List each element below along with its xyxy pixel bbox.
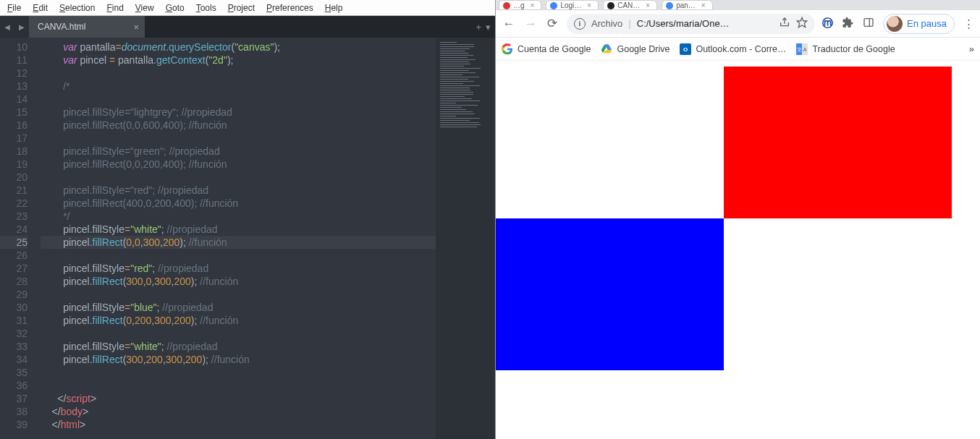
browser-tab[interactable]: pan…×	[662, 0, 713, 10]
svg-rect-10	[724, 67, 952, 218]
profile-label: En pausa	[907, 18, 947, 29]
browser-menu-button[interactable]: ⋮	[963, 17, 974, 30]
menu-find[interactable]: Find	[101, 1, 129, 14]
svg-rect-12	[724, 218, 952, 370]
browser-tabstrip[interactable]: …g×Logi…×CAN…×pan…×	[496, 0, 980, 10]
menu-preferences[interactable]: Preferences	[261, 1, 319, 14]
new-tab-button[interactable]: +	[476, 22, 481, 33]
browser-tab[interactable]: Logi…×	[546, 0, 599, 10]
menu-edit[interactable]: Edit	[27, 1, 54, 14]
outlook-icon: O	[680, 43, 691, 55]
code-editor-pane: FileEditSelectionFindViewGotoToolsProjec…	[0, 0, 495, 439]
svg-text:O: O	[683, 46, 688, 53]
code-area[interactable]: 1011121314151617181920212223242526272829…	[0, 38, 495, 439]
bookmark-item[interactable]: OOutlook.com - Corre…	[680, 43, 786, 55]
url-scheme-label: Archivo	[591, 18, 622, 29]
browser-tab[interactable]: CAN…×	[603, 0, 657, 10]
editor-tabbar: ◄ ► CANVA.html × + ▾	[0, 16, 495, 38]
svg-rect-11	[496, 218, 724, 370]
site-info-icon[interactable]: i	[574, 18, 586, 30]
minimap[interactable]	[436, 38, 486, 439]
canvas-output	[496, 67, 952, 370]
avatar	[887, 16, 903, 32]
menu-view[interactable]: View	[130, 1, 160, 14]
extension-icon-1[interactable]: ⓜ	[822, 17, 833, 30]
menu-tools[interactable]: Tools	[190, 1, 222, 14]
bookmark-star-icon[interactable]	[796, 17, 808, 30]
bookmarks-bar[interactable]: Cuenta de GoogleGoogle DriveOOutlook.com…	[496, 38, 980, 61]
editor-menubar[interactable]: FileEditSelectionFindViewGotoToolsProjec…	[0, 0, 495, 16]
drive-icon	[601, 43, 612, 55]
translate-icon: 文A	[796, 43, 808, 55]
code-content[interactable]: var pantalla=document.querySelector("can…	[33, 38, 436, 439]
profile-chip[interactable]: En pausa	[883, 14, 955, 34]
bookmarks-overflow-button[interactable]: »	[969, 44, 974, 54]
svg-rect-1	[864, 19, 873, 27]
tab-menu-button[interactable]: ▾	[486, 22, 491, 33]
menu-goto[interactable]: Goto	[160, 1, 190, 14]
tab-next-button[interactable]: ►	[14, 16, 29, 38]
menu-help[interactable]: Help	[319, 1, 349, 14]
vertical-scrollbar[interactable]	[486, 38, 495, 439]
close-icon[interactable]: ×	[133, 22, 139, 33]
browser-pane: …g×Logi…×CAN…×pan…× ← → ⟳ i Archivo | C:…	[495, 0, 980, 439]
menu-selection[interactable]: Selection	[54, 1, 101, 14]
page-viewport	[496, 61, 980, 439]
menu-file[interactable]: File	[1, 1, 27, 14]
forward-button[interactable]: →	[523, 17, 538, 31]
menu-project[interactable]: Project	[222, 1, 261, 14]
svg-text:文: 文	[797, 46, 802, 51]
back-button[interactable]: ←	[502, 17, 516, 31]
address-bar[interactable]: i Archivo | C:/Users/maria/One…	[567, 14, 815, 34]
reload-button[interactable]: ⟳	[545, 16, 559, 31]
share-icon[interactable]	[779, 17, 790, 30]
line-gutter: 1011121314151617181920212223242526272829…	[0, 38, 33, 439]
google-icon	[502, 43, 513, 55]
svg-rect-9	[496, 67, 724, 218]
bookmark-item[interactable]: Cuenta de Google	[502, 43, 591, 55]
browser-tab[interactable]: …g×	[499, 0, 541, 10]
editor-tab-label: CANVA.html	[38, 22, 85, 32]
url-path: C:/Users/maria/One…	[637, 18, 730, 29]
svg-text:A: A	[803, 46, 807, 51]
bookmark-item[interactable]: Google Drive	[601, 43, 669, 55]
editor-tab-active[interactable]: CANVA.html ×	[29, 16, 145, 38]
bookmark-item[interactable]: 文ATraductor de Google	[796, 43, 895, 55]
browser-toolbar: ← → ⟳ i Archivo | C:/Users/maria/One… ⓜ	[496, 10, 980, 38]
tab-prev-button[interactable]: ◄	[0, 16, 14, 38]
extensions-icon[interactable]	[842, 17, 854, 31]
sidepanel-icon[interactable]	[863, 17, 874, 30]
svg-marker-0	[797, 17, 806, 27]
